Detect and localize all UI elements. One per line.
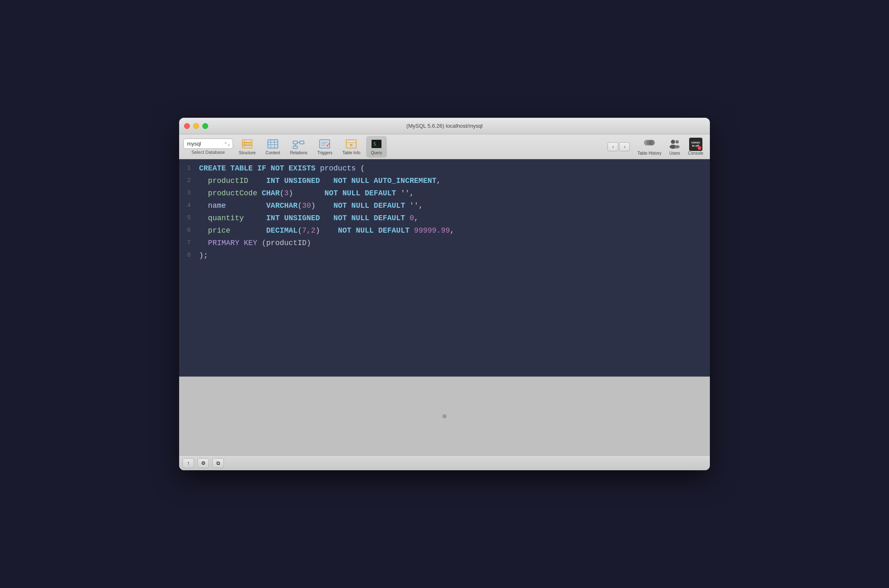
code-line-6: 6 price DECIMAL(7,2) NOT NULL DEFAULT 99… bbox=[179, 225, 710, 237]
query-button[interactable]: $ _ Query bbox=[366, 136, 387, 158]
back-button[interactable]: ‹ bbox=[607, 142, 618, 151]
svg-point-29 bbox=[649, 140, 655, 146]
svg-rect-4 bbox=[268, 140, 278, 148]
content-button[interactable]: Content bbox=[262, 136, 284, 158]
svg-point-30 bbox=[671, 140, 675, 144]
svg-text:_: _ bbox=[376, 143, 379, 146]
query-icon: $ _ bbox=[371, 138, 382, 150]
line-content-1: CREATE TABLE IF NOT EXISTS products ( bbox=[196, 163, 710, 175]
content-icon bbox=[267, 138, 279, 150]
settings-icon: ⚙ bbox=[201, 460, 206, 466]
code-lines: 1 CREATE TABLE IF NOT EXISTS products ( … bbox=[179, 159, 710, 265]
code-line-2: 2 productID INT UNSIGNED NOT NULL AUTO_I… bbox=[179, 175, 710, 187]
code-line-3: 3 productCode CHAR(3) NOT NULL DEFAULT '… bbox=[179, 187, 710, 200]
forward-button[interactable]: › bbox=[619, 142, 630, 151]
minimize-button[interactable] bbox=[193, 123, 199, 129]
maximize-button[interactable] bbox=[202, 123, 208, 129]
users-label: Users bbox=[669, 151, 680, 156]
relations-icon bbox=[293, 138, 304, 150]
toolbar-right: ‹ › Table History bbox=[607, 137, 706, 156]
back-icon: ‹ bbox=[612, 144, 614, 150]
svg-rect-10 bbox=[300, 141, 304, 144]
line-number-3: 3 bbox=[179, 187, 196, 198]
table-history-label: Table History bbox=[637, 151, 661, 156]
relations-label: Relations bbox=[290, 151, 308, 155]
code-line-7: 7 PRIMARY KEY (productID) bbox=[179, 237, 710, 250]
line-content-4: name VARCHAR(30) NOT NULL DEFAULT '', bbox=[196, 200, 710, 212]
code-line-4: 4 name VARCHAR(30) NOT NULL DEFAULT '', bbox=[179, 200, 710, 212]
line-number-4: 4 bbox=[179, 200, 196, 211]
select-database-label: Select Database bbox=[192, 150, 225, 155]
line-number-6: 6 bbox=[179, 225, 196, 236]
code-line-8: 8 ); bbox=[179, 250, 710, 262]
line-content-2: productID INT UNSIGNED NOT NULL AUTO_INC… bbox=[196, 175, 710, 187]
svg-point-32 bbox=[675, 140, 679, 143]
title-bar: (MySQL 5.6.26) localhost/mysql bbox=[179, 118, 710, 134]
console-dot bbox=[698, 146, 701, 150]
upload-button[interactable]: ↑ bbox=[182, 458, 194, 468]
console-icon: console off bbox=[689, 138, 702, 151]
forward-icon: › bbox=[624, 144, 625, 150]
triggers-icon bbox=[319, 138, 330, 150]
users-icon bbox=[668, 138, 681, 151]
line-content-7: PRIMARY KEY (productID) bbox=[196, 237, 710, 249]
table-info-button[interactable]: i Table Info bbox=[338, 136, 364, 158]
code-line-5: 5 quantity INT UNSIGNED NOT NULL DEFAULT… bbox=[179, 212, 710, 225]
table-info-label: Table Info bbox=[342, 151, 360, 155]
copy-icon: ⧉ bbox=[216, 460, 220, 466]
nav-buttons: ‹ › bbox=[607, 142, 630, 151]
line-content-6: price DECIMAL(7,2) NOT NULL DEFAULT 9999… bbox=[196, 225, 710, 237]
code-editor[interactable]: 1 CREATE TABLE IF NOT EXISTS products ( … bbox=[179, 159, 710, 377]
table-history-button[interactable]: Table History bbox=[635, 137, 664, 156]
relations-button[interactable]: Relations bbox=[286, 136, 312, 158]
svg-rect-2 bbox=[242, 146, 252, 148]
main-content: 1 CREATE TABLE IF NOT EXISTS products ( … bbox=[179, 159, 710, 455]
settings-button[interactable]: ⚙ bbox=[197, 458, 209, 468]
svg-text:$: $ bbox=[373, 141, 376, 147]
window-title: (MySQL 5.6.26) localhost/mysql bbox=[406, 123, 483, 129]
table-info-icon: i bbox=[345, 138, 357, 150]
triggers-label: Triggers bbox=[317, 151, 332, 155]
content-label: Content bbox=[266, 151, 280, 155]
bottom-panel bbox=[179, 377, 710, 455]
console-label: Console bbox=[688, 151, 703, 156]
structure-button[interactable]: Structure bbox=[235, 136, 260, 158]
code-line-1: 1 CREATE TABLE IF NOT EXISTS products ( bbox=[179, 163, 710, 175]
svg-rect-0 bbox=[242, 140, 252, 142]
triggers-button[interactable]: Triggers bbox=[313, 136, 336, 158]
scroll-indicator bbox=[442, 414, 447, 418]
toolbar: mysql ⌃⌄ Select Database Structure bbox=[179, 134, 710, 159]
database-selector-container: mysql ⌃⌄ Select Database bbox=[183, 138, 233, 155]
console-button[interactable]: console off Console bbox=[685, 137, 706, 156]
line-number-7: 7 bbox=[179, 237, 196, 248]
svg-point-33 bbox=[675, 145, 680, 148]
line-number-2: 2 bbox=[179, 175, 196, 186]
close-button[interactable] bbox=[184, 123, 190, 129]
table-history-icon bbox=[643, 138, 656, 151]
users-button[interactable]: Users bbox=[666, 137, 684, 156]
app-window: (MySQL 5.6.26) localhost/mysql mysql ⌃⌄ … bbox=[179, 118, 710, 470]
upload-icon: ↑ bbox=[187, 460, 189, 466]
line-content-3: productCode CHAR(3) NOT NULL DEFAULT '', bbox=[196, 187, 710, 199]
svg-line-19 bbox=[327, 143, 330, 146]
line-content-8: ); bbox=[196, 250, 710, 262]
traffic-lights bbox=[184, 123, 208, 129]
line-content-5: quantity INT UNSIGNED NOT NULL DEFAULT 0… bbox=[196, 212, 710, 224]
query-label: Query bbox=[371, 151, 382, 155]
database-select[interactable]: mysql bbox=[183, 138, 233, 149]
line-number-5: 5 bbox=[179, 212, 196, 223]
copy-button[interactable]: ⧉ bbox=[212, 458, 224, 468]
structure-icon bbox=[241, 138, 253, 150]
line-number-1: 1 bbox=[179, 163, 196, 173]
svg-rect-1 bbox=[242, 143, 252, 145]
svg-rect-9 bbox=[293, 141, 297, 144]
line-number-8: 8 bbox=[179, 250, 196, 260]
structure-label: Structure bbox=[239, 151, 256, 155]
status-bar: ↑ ⚙ ⧉ bbox=[179, 455, 710, 470]
